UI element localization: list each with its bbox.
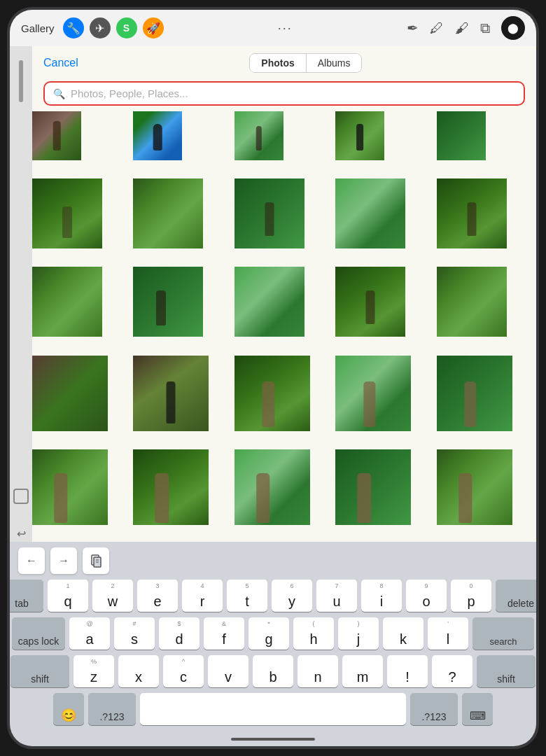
keyboard-bottom-row: 😊 .?123 .?123 ⌨ (10, 693, 536, 729)
picker-header: Cancel Photos Albums (32, 46, 536, 78)
undo-button[interactable]: ↩ (13, 526, 29, 542)
home-indicator (231, 738, 315, 741)
key-f[interactable]: & f (204, 617, 244, 650)
nib-icon[interactable]: 🖊 (430, 20, 444, 36)
numbers-key-right[interactable]: .?123 (410, 693, 458, 725)
key-exclaim[interactable]: ! (387, 655, 428, 687)
keyboard-rows: tab 1 q 2 w 3 e 4 r (10, 580, 536, 687)
pen-icon[interactable]: ✒ (407, 20, 419, 36)
photo-cell[interactable] (437, 178, 507, 248)
key-r[interactable]: 4 r (182, 580, 223, 612)
photo-grid-inner (32, 111, 536, 542)
key-s[interactable]: # s (114, 617, 155, 650)
photo-cell[interactable] (32, 178, 102, 248)
photo-cell[interactable] (133, 356, 209, 431)
key-o[interactable]: 9 o (406, 580, 447, 612)
search-bar-container: 🔍 Photos, People, Places... (32, 78, 536, 111)
key-question[interactable]: ? (432, 655, 472, 687)
layers-icon[interactable]: ⧉ (480, 20, 490, 36)
cancel-button[interactable]: Cancel (43, 57, 78, 69)
photo-cell[interactable] (335, 449, 411, 525)
key-n[interactable]: n (298, 655, 338, 687)
scroll-thumb (19, 60, 23, 102)
key-b[interactable]: b (253, 655, 293, 687)
left-shift-key[interactable]: shift (10, 655, 69, 687)
key-z[interactable]: % z (74, 655, 114, 687)
keyboard-row-1: tab 1 q 2 w 3 e 4 r (13, 580, 533, 612)
search-bar[interactable]: 🔍 Photos, People, Places... (43, 81, 525, 106)
photo-cell[interactable] (437, 111, 486, 160)
more-options-dots[interactable]: ··· (278, 21, 293, 36)
space-key[interactable] (140, 693, 406, 725)
picker-tabs: Photos Albums (249, 53, 362, 73)
key-h[interactable]: ( h (293, 617, 334, 650)
tool-s-icon[interactable]: S (116, 18, 137, 38)
square-button[interactable] (13, 489, 29, 504)
photo-cell[interactable] (32, 449, 108, 525)
photo-cell[interactable] (133, 111, 182, 160)
photo-cell[interactable] (335, 267, 405, 337)
key-m[interactable]: m (342, 655, 383, 687)
home-bar (10, 732, 536, 746)
tab-albums[interactable]: Albums (307, 54, 362, 72)
key-l[interactable]: ' l (428, 617, 468, 650)
delete-key[interactable]: delete (496, 580, 539, 612)
key-p[interactable]: 0 p (451, 580, 491, 612)
caps-lock-key[interactable]: caps lock (12, 617, 65, 650)
app-title: Gallery (21, 22, 55, 34)
emoji-key[interactable]: 😊 (53, 693, 84, 725)
photo-cell[interactable] (32, 356, 108, 431)
keyboard-dismiss-key[interactable]: ⌨ (462, 693, 493, 725)
photo-cell[interactable] (234, 111, 284, 160)
clipboard-button[interactable] (83, 547, 109, 574)
right-shift-key[interactable]: shift (477, 655, 536, 687)
key-v[interactable]: v (208, 655, 248, 687)
photo-cell[interactable] (133, 178, 203, 248)
key-d[interactable]: $ d (159, 617, 200, 650)
search-input[interactable]: Photos, People, Places... (71, 88, 515, 99)
photo-cell[interactable] (32, 111, 81, 160)
key-c[interactable]: ^ c (163, 655, 204, 687)
photo-cell[interactable] (437, 449, 512, 525)
keyboard-row-3: shift % z x ^ c v b (13, 655, 533, 687)
tab-key[interactable]: tab (7, 580, 43, 612)
photo-cell[interactable] (335, 178, 405, 248)
key-x[interactable]: x (118, 655, 159, 687)
key-j[interactable]: ) j (338, 617, 379, 650)
keyboard-back-button[interactable]: ← (18, 547, 45, 574)
photo-cell[interactable] (437, 356, 512, 431)
photo-cell[interactable] (234, 178, 304, 248)
photo-cell[interactable] (234, 267, 304, 337)
search-key[interactable]: search (472, 617, 534, 650)
key-a[interactable]: @ a (69, 617, 110, 650)
key-t[interactable]: 5 t (227, 580, 267, 612)
keyboard-top-bar: ← → (10, 547, 536, 580)
key-u[interactable]: 7 u (316, 580, 357, 612)
key-i[interactable]: 8 i (361, 580, 402, 612)
photo-cell[interactable] (335, 111, 384, 160)
photo-cell[interactable] (133, 449, 209, 525)
tab-photos[interactable]: Photos (250, 54, 306, 72)
tool-rocket-icon[interactable]: 🚀 (143, 18, 164, 38)
key-g[interactable]: * g (248, 617, 289, 650)
photo-cell[interactable] (335, 356, 411, 431)
photo-cell[interactable] (437, 267, 507, 337)
brush-icon[interactable]: 🖌 (455, 20, 469, 36)
key-k[interactable]: k (383, 617, 424, 650)
tool-arrow-icon[interactable]: ✈ (90, 18, 111, 38)
camera-button[interactable]: ⬤ (501, 16, 525, 40)
key-e[interactable]: 3 e (137, 580, 178, 612)
photo-cell[interactable] (133, 267, 203, 337)
device-frame: Gallery 🔧 ✈ S 🚀 ··· ✒ 🖊 🖌 ⧉ ⬤ ↩ Cancel (7, 7, 539, 749)
tool-wrench-icon[interactable]: 🔧 (63, 18, 84, 38)
photo-cell[interactable] (234, 449, 310, 525)
keyboard-area: ← → tab 1 (10, 542, 536, 732)
keyboard-forward-button[interactable]: → (50, 547, 77, 574)
photo-cell[interactable] (32, 267, 102, 337)
key-w[interactable]: 2 w (92, 580, 133, 612)
photo-grid (32, 111, 536, 542)
key-q[interactable]: 1 q (48, 580, 88, 612)
key-y[interactable]: 6 y (272, 580, 312, 612)
photo-cell[interactable] (234, 356, 310, 431)
numbers-key[interactable]: .?123 (88, 693, 136, 725)
